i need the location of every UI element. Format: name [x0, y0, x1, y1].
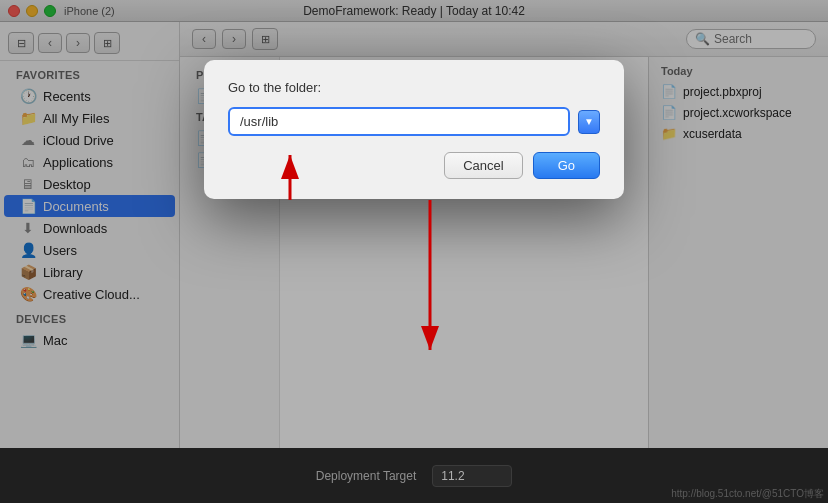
modal-buttons: Cancel Go	[228, 152, 600, 179]
folder-path-input[interactable]	[228, 107, 570, 136]
modal-title: Go to the folder:	[228, 80, 600, 95]
modal-input-row: ▼	[228, 107, 600, 136]
goto-folder-dialog: Go to the folder: ▼ Cancel Go	[204, 60, 624, 199]
modal-overlay: Go to the folder: ▼ Cancel Go	[0, 0, 828, 503]
dropdown-button[interactable]: ▼	[578, 110, 600, 134]
modal-go-button[interactable]: Go	[533, 152, 600, 179]
modal-cancel-button[interactable]: Cancel	[444, 152, 522, 179]
